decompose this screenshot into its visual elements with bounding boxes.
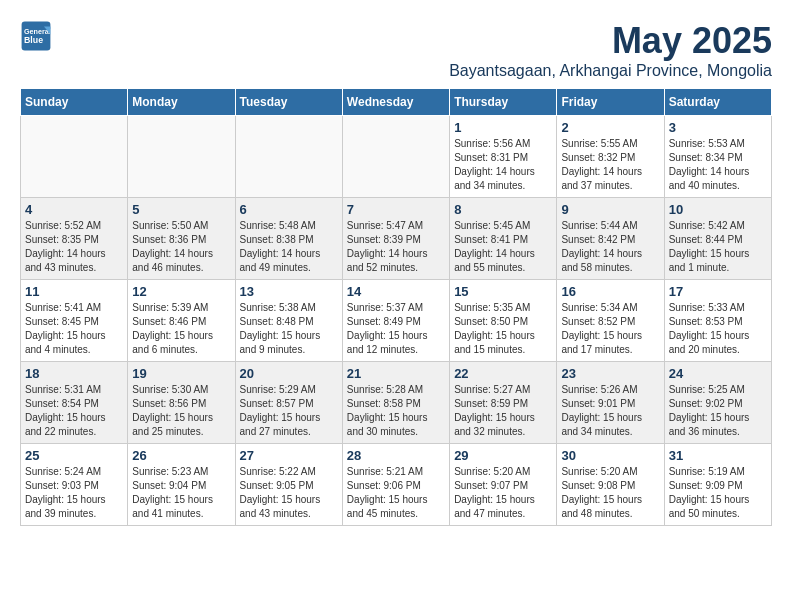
day-info: Sunrise: 5:48 AM Sunset: 8:38 PM Dayligh…: [240, 219, 338, 275]
day-number: 29: [454, 448, 552, 463]
calendar-cell: 29Sunrise: 5:20 AM Sunset: 9:07 PM Dayli…: [450, 444, 557, 526]
calendar-cell: 7Sunrise: 5:47 AM Sunset: 8:39 PM Daylig…: [342, 198, 449, 280]
day-info: Sunrise: 5:22 AM Sunset: 9:05 PM Dayligh…: [240, 465, 338, 521]
day-number: 31: [669, 448, 767, 463]
day-number: 4: [25, 202, 123, 217]
day-number: 11: [25, 284, 123, 299]
calendar-week-3: 11Sunrise: 5:41 AM Sunset: 8:45 PM Dayli…: [21, 280, 772, 362]
day-number: 16: [561, 284, 659, 299]
day-number: 21: [347, 366, 445, 381]
calendar-table: SundayMondayTuesdayWednesdayThursdayFrid…: [20, 88, 772, 526]
day-number: 13: [240, 284, 338, 299]
day-number: 6: [240, 202, 338, 217]
day-number: 14: [347, 284, 445, 299]
day-info: Sunrise: 5:24 AM Sunset: 9:03 PM Dayligh…: [25, 465, 123, 521]
day-info: Sunrise: 5:31 AM Sunset: 8:54 PM Dayligh…: [25, 383, 123, 439]
day-number: 18: [25, 366, 123, 381]
calendar-cell: 21Sunrise: 5:28 AM Sunset: 8:58 PM Dayli…: [342, 362, 449, 444]
day-number: 23: [561, 366, 659, 381]
day-number: 5: [132, 202, 230, 217]
day-info: Sunrise: 5:25 AM Sunset: 9:02 PM Dayligh…: [669, 383, 767, 439]
day-info: Sunrise: 5:55 AM Sunset: 8:32 PM Dayligh…: [561, 137, 659, 193]
day-number: 10: [669, 202, 767, 217]
calendar-week-2: 4Sunrise: 5:52 AM Sunset: 8:35 PM Daylig…: [21, 198, 772, 280]
day-info: Sunrise: 5:44 AM Sunset: 8:42 PM Dayligh…: [561, 219, 659, 275]
calendar-cell: 3Sunrise: 5:53 AM Sunset: 8:34 PM Daylig…: [664, 116, 771, 198]
weekday-header-saturday: Saturday: [664, 89, 771, 116]
calendar-cell: 12Sunrise: 5:39 AM Sunset: 8:46 PM Dayli…: [128, 280, 235, 362]
day-number: 12: [132, 284, 230, 299]
day-info: Sunrise: 5:29 AM Sunset: 8:57 PM Dayligh…: [240, 383, 338, 439]
day-info: Sunrise: 5:50 AM Sunset: 8:36 PM Dayligh…: [132, 219, 230, 275]
calendar-cell: 16Sunrise: 5:34 AM Sunset: 8:52 PM Dayli…: [557, 280, 664, 362]
weekday-header-tuesday: Tuesday: [235, 89, 342, 116]
calendar-cell: 1Sunrise: 5:56 AM Sunset: 8:31 PM Daylig…: [450, 116, 557, 198]
calendar-cell: 5Sunrise: 5:50 AM Sunset: 8:36 PM Daylig…: [128, 198, 235, 280]
day-number: 25: [25, 448, 123, 463]
weekday-header-monday: Monday: [128, 89, 235, 116]
calendar-cell: 24Sunrise: 5:25 AM Sunset: 9:02 PM Dayli…: [664, 362, 771, 444]
weekday-header-thursday: Thursday: [450, 89, 557, 116]
weekday-header-wednesday: Wednesday: [342, 89, 449, 116]
day-info: Sunrise: 5:41 AM Sunset: 8:45 PM Dayligh…: [25, 301, 123, 357]
day-number: 27: [240, 448, 338, 463]
day-number: 28: [347, 448, 445, 463]
day-number: 15: [454, 284, 552, 299]
weekday-header-sunday: Sunday: [21, 89, 128, 116]
day-number: 2: [561, 120, 659, 135]
calendar-cell: [128, 116, 235, 198]
calendar-cell: 15Sunrise: 5:35 AM Sunset: 8:50 PM Dayli…: [450, 280, 557, 362]
calendar-cell: 2Sunrise: 5:55 AM Sunset: 8:32 PM Daylig…: [557, 116, 664, 198]
day-number: 17: [669, 284, 767, 299]
day-info: Sunrise: 5:56 AM Sunset: 8:31 PM Dayligh…: [454, 137, 552, 193]
svg-text:Blue: Blue: [24, 35, 43, 45]
day-number: 20: [240, 366, 338, 381]
day-info: Sunrise: 5:38 AM Sunset: 8:48 PM Dayligh…: [240, 301, 338, 357]
calendar-cell: 10Sunrise: 5:42 AM Sunset: 8:44 PM Dayli…: [664, 198, 771, 280]
day-info: Sunrise: 5:19 AM Sunset: 9:09 PM Dayligh…: [669, 465, 767, 521]
logo-icon: General Blue: [20, 20, 52, 52]
day-info: Sunrise: 5:34 AM Sunset: 8:52 PM Dayligh…: [561, 301, 659, 357]
day-number: 1: [454, 120, 552, 135]
day-info: Sunrise: 5:21 AM Sunset: 9:06 PM Dayligh…: [347, 465, 445, 521]
subtitle: Bayantsagaan, Arkhangai Province, Mongol…: [449, 62, 772, 80]
day-info: Sunrise: 5:45 AM Sunset: 8:41 PM Dayligh…: [454, 219, 552, 275]
calendar-cell: 20Sunrise: 5:29 AM Sunset: 8:57 PM Dayli…: [235, 362, 342, 444]
day-number: 22: [454, 366, 552, 381]
day-info: Sunrise: 5:52 AM Sunset: 8:35 PM Dayligh…: [25, 219, 123, 275]
calendar-week-4: 18Sunrise: 5:31 AM Sunset: 8:54 PM Dayli…: [21, 362, 772, 444]
day-info: Sunrise: 5:30 AM Sunset: 8:56 PM Dayligh…: [132, 383, 230, 439]
day-number: 26: [132, 448, 230, 463]
calendar-cell: 19Sunrise: 5:30 AM Sunset: 8:56 PM Dayli…: [128, 362, 235, 444]
day-info: Sunrise: 5:20 AM Sunset: 9:07 PM Dayligh…: [454, 465, 552, 521]
calendar-week-1: 1Sunrise: 5:56 AM Sunset: 8:31 PM Daylig…: [21, 116, 772, 198]
day-info: Sunrise: 5:23 AM Sunset: 9:04 PM Dayligh…: [132, 465, 230, 521]
calendar-body: 1Sunrise: 5:56 AM Sunset: 8:31 PM Daylig…: [21, 116, 772, 526]
main-title: May 2025: [449, 20, 772, 62]
calendar-cell: 31Sunrise: 5:19 AM Sunset: 9:09 PM Dayli…: [664, 444, 771, 526]
calendar-cell: 28Sunrise: 5:21 AM Sunset: 9:06 PM Dayli…: [342, 444, 449, 526]
day-info: Sunrise: 5:42 AM Sunset: 8:44 PM Dayligh…: [669, 219, 767, 275]
calendar-cell: 22Sunrise: 5:27 AM Sunset: 8:59 PM Dayli…: [450, 362, 557, 444]
calendar-cell: [342, 116, 449, 198]
day-info: Sunrise: 5:26 AM Sunset: 9:01 PM Dayligh…: [561, 383, 659, 439]
weekday-header-row: SundayMondayTuesdayWednesdayThursdayFrid…: [21, 89, 772, 116]
calendar-cell: 17Sunrise: 5:33 AM Sunset: 8:53 PM Dayli…: [664, 280, 771, 362]
day-info: Sunrise: 5:20 AM Sunset: 9:08 PM Dayligh…: [561, 465, 659, 521]
day-number: 9: [561, 202, 659, 217]
day-info: Sunrise: 5:47 AM Sunset: 8:39 PM Dayligh…: [347, 219, 445, 275]
logo: General Blue: [20, 20, 52, 52]
calendar-cell: 23Sunrise: 5:26 AM Sunset: 9:01 PM Dayli…: [557, 362, 664, 444]
day-info: Sunrise: 5:53 AM Sunset: 8:34 PM Dayligh…: [669, 137, 767, 193]
weekday-header-friday: Friday: [557, 89, 664, 116]
calendar-cell: 13Sunrise: 5:38 AM Sunset: 8:48 PM Dayli…: [235, 280, 342, 362]
day-number: 30: [561, 448, 659, 463]
calendar-cell: [235, 116, 342, 198]
calendar-cell: 18Sunrise: 5:31 AM Sunset: 8:54 PM Dayli…: [21, 362, 128, 444]
day-info: Sunrise: 5:27 AM Sunset: 8:59 PM Dayligh…: [454, 383, 552, 439]
calendar-cell: 4Sunrise: 5:52 AM Sunset: 8:35 PM Daylig…: [21, 198, 128, 280]
calendar-cell: 9Sunrise: 5:44 AM Sunset: 8:42 PM Daylig…: [557, 198, 664, 280]
calendar-cell: [21, 116, 128, 198]
page-header: General Blue May 2025 Bayantsagaan, Arkh…: [20, 20, 772, 80]
calendar-cell: 25Sunrise: 5:24 AM Sunset: 9:03 PM Dayli…: [21, 444, 128, 526]
